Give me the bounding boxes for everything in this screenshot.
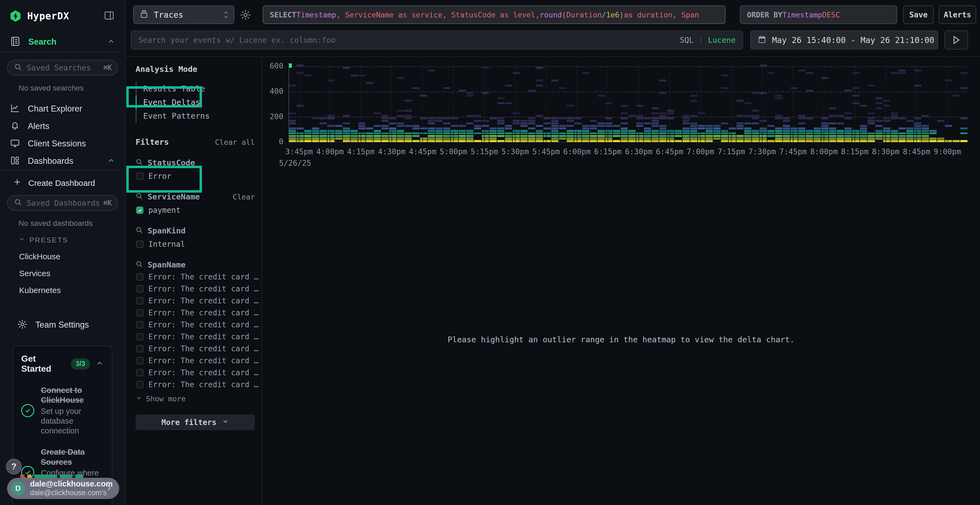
order-by-input[interactable]: ORDER BY Timestamp DESC (740, 5, 897, 24)
clear-all-link[interactable]: Clear all (215, 138, 255, 146)
search-icon[interactable] (135, 192, 143, 201)
filter-option-label: Error: The credit card … (148, 308, 259, 317)
mode-event-patterns[interactable]: Event Patterns (135, 109, 255, 123)
promo-emoji-fragment (27, 475, 32, 478)
query-language-toggle[interactable]: SQL | Lucene (680, 36, 735, 44)
filter-group-title: SpanName (148, 260, 186, 269)
sidebar-item-search[interactable]: Search (0, 32, 125, 52)
search-icon[interactable] (135, 260, 143, 269)
chevron-right-icon (105, 484, 113, 493)
sidebar-item-label: Team Settings (35, 320, 89, 330)
filter-group-spankind: SpanKind Internal (135, 226, 255, 249)
sidebar: HyperDX Search Saved Searches ⌘K (0, 0, 126, 505)
sidebar-item-team-settings[interactable]: Team Settings (17, 319, 118, 331)
user-menu[interactable]: D dale@clickhouse.com dale@clickhouse.co… (7, 478, 119, 499)
filter-option-label: Error: The credit card … (148, 332, 259, 341)
monitor-icon (10, 138, 20, 149)
chevron-up-icon[interactable] (107, 37, 115, 46)
more-filters-button[interactable]: More filters (135, 414, 255, 430)
create-dashboard-button[interactable]: Create Dashboard (7, 173, 118, 190)
sql-token: SELECT (270, 11, 296, 19)
spanname-option[interactable]: Error: The credit card … (135, 356, 255, 365)
no-saved-dashboards-note: No saved dashboards (19, 219, 118, 228)
save-button[interactable]: Save (903, 5, 934, 24)
spanname-option[interactable]: Error: The credit card … (135, 344, 255, 353)
checkbox[interactable] (136, 297, 143, 305)
lucene-search-input[interactable]: Search your events w/ Lucene ex. column:… (130, 30, 743, 49)
spanname-option[interactable]: Error: The credit card … (135, 308, 255, 317)
duration-heatmap[interactable] (262, 57, 980, 185)
chevron-down-icon (19, 236, 25, 245)
promo-text-fragment (34, 475, 57, 478)
help-button[interactable]: ? (6, 459, 22, 475)
preset-item-services[interactable]: Services (19, 269, 118, 278)
promo-emoji-fragment (20, 475, 24, 478)
hyperdx-app: HyperDX Search Saved Searches ⌘K (0, 0, 980, 505)
user-email: dale@clickhouse.com (30, 480, 100, 488)
date-range-picker[interactable]: May 26 15:40:00 - May 26 21:10:00 (750, 30, 938, 49)
checkbox-checked[interactable] (136, 206, 143, 214)
app-logo[interactable]: HyperDX (9, 10, 69, 22)
source-select[interactable]: Traces (133, 5, 234, 24)
preset-item-clickhouse[interactable]: ClickHouse (19, 252, 118, 261)
create-dashboard-label: Create Dashboard (28, 178, 95, 188)
source-settings-gear-icon[interactable] (240, 9, 252, 21)
spanname-option[interactable]: Error: The credit card … (135, 272, 255, 281)
shortcut-badge: ⌘K (103, 64, 112, 72)
spanname-option[interactable]: Error: The credit card … (135, 296, 255, 305)
sidebar-item-client-sessions[interactable]: Client Sessions (7, 135, 118, 152)
checkbox[interactable] (136, 381, 143, 388)
sidebar-collapse-icon[interactable] (104, 10, 115, 22)
filter-option-label: Error: The credit card … (148, 380, 259, 389)
sql-toggle[interactable]: SQL (680, 36, 694, 44)
sql-token: round (540, 11, 562, 19)
checkbox[interactable] (136, 333, 143, 340)
sidebar-item-label: Client Sessions (28, 139, 86, 149)
shortcut-badge: ⌘K (103, 199, 112, 207)
get-started-header[interactable]: Get Started 3/3 (21, 354, 104, 374)
filter-option-internal[interactable]: Internal (135, 240, 255, 249)
spanname-option[interactable]: Error: The credit card … (135, 332, 255, 341)
saved-searches-input[interactable]: Saved Searches ⌘K (7, 60, 118, 76)
filter-option-payment[interactable]: payment (135, 206, 255, 215)
checkbox[interactable] (136, 273, 143, 281)
sidebar-item-dashboards[interactable]: Dashboards (7, 152, 118, 170)
filter-option-label: Internal (148, 240, 185, 249)
preset-item-kubernetes[interactable]: Kubernetes (19, 286, 118, 295)
saved-dashboards-input[interactable]: Saved Dashboards ⌘K (7, 195, 118, 211)
sidebar-item-alerts[interactable]: Alerts (7, 118, 118, 135)
sql-query-input[interactable]: SELECT Timestamp, ServiceName as service… (263, 5, 725, 24)
get-started-step[interactable]: Connect to ClickHouse Set up your databa… (21, 385, 104, 436)
spanname-option[interactable]: Error: The credit card … (135, 284, 255, 293)
search-journal-icon (10, 36, 21, 48)
saved-dashboards-placeholder: Saved Dashboards (27, 199, 99, 208)
filter-option-label: Error: The credit card … (148, 320, 259, 329)
bell-icon (10, 121, 20, 132)
annotation-box-event-deltas (126, 86, 202, 108)
checkbox[interactable] (136, 285, 143, 292)
checkbox[interactable] (136, 369, 143, 376)
checkbox[interactable] (136, 309, 143, 316)
sidebar-item-chart-explorer[interactable]: Chart Explorer (7, 100, 118, 118)
presets-toggle[interactable]: PRESETS (19, 236, 118, 245)
checkbox[interactable] (136, 321, 143, 329)
saved-searches-placeholder: Saved Searches (27, 64, 99, 72)
spanname-option[interactable]: Error: The credit card … (135, 368, 255, 377)
checkbox[interactable] (136, 345, 143, 353)
checkbox[interactable] (136, 241, 143, 248)
chevron-up-icon[interactable] (107, 156, 115, 166)
show-more-link[interactable]: Show more (135, 395, 255, 403)
checkbox[interactable] (136, 357, 143, 364)
gear-icon (17, 319, 28, 331)
search-icon[interactable] (135, 226, 143, 235)
run-query-button[interactable] (945, 30, 968, 49)
clear-servicename-link[interactable]: Clear (233, 193, 255, 201)
chevron-up-icon[interactable] (95, 359, 104, 368)
spanname-option[interactable]: Error: The credit card … (135, 320, 255, 329)
delta-empty-message: Please highlight an outlier range in the… (262, 335, 980, 344)
lucene-toggle[interactable]: Lucene (708, 36, 735, 44)
sql-token: Timestamp (783, 11, 822, 19)
spanname-option[interactable]: Error: The credit card … (135, 380, 255, 389)
filters-title: Filters (135, 137, 169, 147)
alerts-button[interactable]: Alerts (939, 5, 976, 24)
